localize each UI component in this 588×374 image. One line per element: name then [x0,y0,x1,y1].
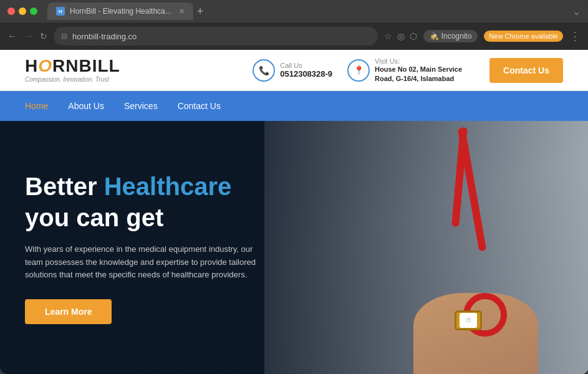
nav-items: Home About Us Services Contact Us [25,101,221,111]
call-info: 📞 Call Us 0512308328-9 [253,59,332,82]
call-number: 0512308328-9 [280,69,332,79]
nav-contact[interactable]: Contact Us [178,101,221,111]
call-details: Call Us 0512308328-9 [280,62,332,79]
browser-icons: ☆ ◎ ⬡ [384,31,417,41]
logo-horn: H [25,56,38,75]
chrome-update-badge[interactable]: New Chrome available [484,31,563,42]
hero-title: Better Healthcare you can get [25,171,281,233]
tab-bar: H HornBill - Elevating Healthca... ✕ + [47,2,567,20]
call-label: Call Us [280,62,332,69]
forward-button[interactable]: → [24,31,34,42]
incognito-badge: 🕵 Incognito [423,30,478,42]
lock-icon: ⊟ [61,32,67,41]
watch-face: 🕐 [460,313,477,328]
incognito-label: Incognito [441,32,472,41]
hero-description: With years of experience in the medical … [25,243,262,282]
logo-area: HORNBILL Compassion. Innovation. Trust [25,57,120,83]
title-bar: H HornBill - Elevating Healthca... ✕ + ⌄ [0,0,588,22]
browser-menu-icon[interactable]: ⋮ [569,29,581,43]
hero-title-part1: Better [25,173,104,200]
nav-services[interactable]: Services [124,101,158,111]
visit-address: House No 02, Main Service Road, G-16/4, … [375,65,475,83]
visit-label: Visit Us: [375,57,475,65]
nav-home[interactable]: Home [25,101,48,111]
nav-about[interactable]: About Us [68,101,104,111]
window-menu-icon[interactable]: ⌄ [572,6,581,17]
url-text: hornbill-trading.co [72,32,137,41]
logo-horn2: RNBILL [52,56,120,75]
active-tab[interactable]: H HornBill - Elevating Healthca... ✕ [47,2,193,20]
hero-title-part2: you can get [25,204,163,231]
hero-content: Better Healthcare you can get With years… [0,121,306,374]
watch: 🕐 [455,310,482,330]
url-bar[interactable]: ⊟ hornbill-trading.co [54,27,378,46]
visit-details: Visit Us: House No 02, Main Service Road… [375,57,475,83]
reload-button[interactable]: ↻ [40,31,47,41]
minimize-button[interactable] [19,7,26,15]
contact-us-button[interactable]: Contact Us [489,58,563,83]
visit-info: 📍 Visit Us: House No 02, Main Service Ro… [347,57,475,83]
browser-window: H HornBill - Elevating Healthca... ✕ + ⌄… [0,0,588,374]
address-bar: ← → ↻ ⊟ hornbill-trading.co ☆ ◎ ⬡ 🕵 Inco… [0,22,588,50]
contact-info: 📞 Call Us 0512308328-9 📍 Visit Us: House… [253,57,563,83]
site-header: HORNBILL Compassion. Innovation. Trust 📞… [0,50,588,91]
tab-title: HornBill - Elevating Healthca... [70,7,171,16]
close-button[interactable] [7,7,15,15]
new-tab-button[interactable]: + [197,5,204,18]
hero-section: 🕐 Better Healthcare you can get With yea… [0,121,588,374]
tab-favicon: H [56,7,65,16]
logo-tagline: Compassion. Innovation. Trust [25,76,120,83]
maximize-button[interactable] [30,7,37,15]
tab-close-icon[interactable]: ✕ [179,7,185,16]
back-button[interactable]: ← [7,31,17,42]
website-content: HORNBILL Compassion. Innovation. Trust 📞… [0,50,588,374]
phone-icon: 📞 [253,59,275,82]
learn-more-button[interactable]: Learn More [25,299,112,324]
incognito-icon: 🕵 [430,32,439,41]
globe-icon[interactable]: ◎ [397,31,405,41]
star-icon[interactable]: ☆ [384,31,392,41]
extensions-icon[interactable]: ⬡ [410,31,417,41]
location-icon: 📍 [347,59,370,82]
logo-text: HORNBILL [25,57,120,75]
hero-title-highlight: Healthcare [104,173,232,200]
site-nav: Home About Us Services Contact Us [0,91,588,121]
traffic-lights [7,7,37,15]
